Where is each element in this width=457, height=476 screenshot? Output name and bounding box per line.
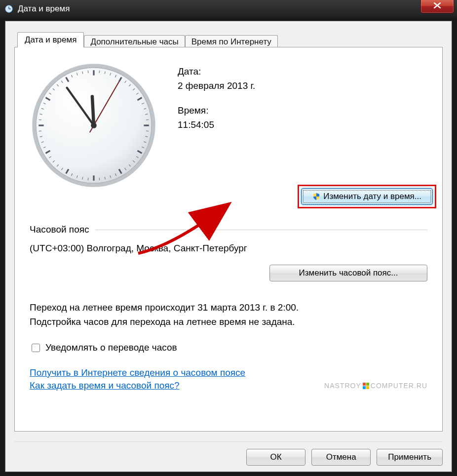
- button-bar: ОК Отмена Применить: [14, 449, 443, 466]
- cancel-button[interactable]: Отмена: [311, 449, 371, 466]
- svg-line-17: [146, 131, 149, 131]
- analog-clock: [30, 61, 158, 190]
- separator: [14, 441, 443, 442]
- svg-line-52: [88, 71, 88, 73]
- tab-panel: Дата: 2 февраля 2013 г. Время: 11:54:05 …: [14, 47, 443, 432]
- change-timezone-button[interactable]: Изменить часовой пояс...: [269, 265, 427, 281]
- link-timezone-info[interactable]: Получить в Интернете сведения о часовом …: [30, 367, 245, 378]
- tab-date-time[interactable]: Дата и время: [17, 32, 84, 47]
- windows-logo-icon: [363, 383, 369, 389]
- tab-additional-clocks[interactable]: Дополнительные часы: [84, 35, 185, 48]
- svg-line-29: [88, 178, 88, 180]
- client-area: Дата и время Дополнительные часы Время п…: [5, 21, 452, 472]
- close-icon: [433, 1, 441, 11]
- time-value: 11:54:05: [178, 118, 427, 132]
- change-date-time-button[interactable]: Изменить дату и время...: [301, 188, 433, 205]
- divider-line: [95, 230, 428, 230]
- link-howto-set-time[interactable]: Как задать время и часовой пояс?: [30, 380, 180, 391]
- timezone-value: (UTC+03:00) Волгоград, Москва, Санкт-Пет…: [30, 243, 427, 254]
- time-label: Время:: [178, 103, 427, 118]
- svg-line-28: [99, 178, 100, 180]
- ok-button[interactable]: ОК: [246, 449, 305, 466]
- tab-strip: Дата и время Дополнительные часы Время п…: [17, 30, 443, 47]
- clock-icon: [4, 4, 14, 14]
- close-button[interactable]: [420, 0, 454, 13]
- dst-info: Переход на летнее время происходит 31 ма…: [30, 300, 427, 329]
- date-label: Дата:: [178, 64, 427, 79]
- tab-internet-time[interactable]: Время по Интернету: [185, 35, 278, 48]
- svg-point-68: [91, 122, 97, 128]
- timezone-heading: Часовой пояс: [30, 224, 89, 235]
- title-bar[interactable]: Дата и время: [0, 0, 457, 18]
- svg-line-16: [146, 119, 149, 120]
- notify-checkbox[interactable]: [32, 344, 40, 352]
- notify-checkbox-label: Уведомлять о переводе часов: [45, 342, 177, 353]
- watermark: NASTROY COMPUTER.RU: [324, 382, 427, 390]
- dst-line-2: Подстройка часов для перехода на летнее …: [30, 315, 427, 329]
- svg-line-5: [99, 71, 100, 73]
- svg-line-41: [39, 119, 41, 120]
- date-value: 2 февраля 2013 г.: [178, 79, 427, 93]
- change-date-time-label: Изменить дату и время...: [323, 192, 421, 201]
- window-frame: Дата и время Дата и время Дополнительные…: [0, 0, 457, 476]
- window-title: Дата и время: [18, 4, 70, 14]
- dst-line-1: Переход на летнее время происходит 31 ма…: [30, 300, 427, 315]
- uac-shield-icon: [312, 193, 320, 200]
- apply-button[interactable]: Применить: [377, 449, 443, 466]
- svg-line-65: [92, 97, 94, 125]
- annotation-highlight: Изменить дату и время...: [298, 185, 436, 208]
- notify-checkbox-row[interactable]: Уведомлять о переводе часов: [30, 342, 427, 354]
- svg-line-40: [39, 131, 41, 131]
